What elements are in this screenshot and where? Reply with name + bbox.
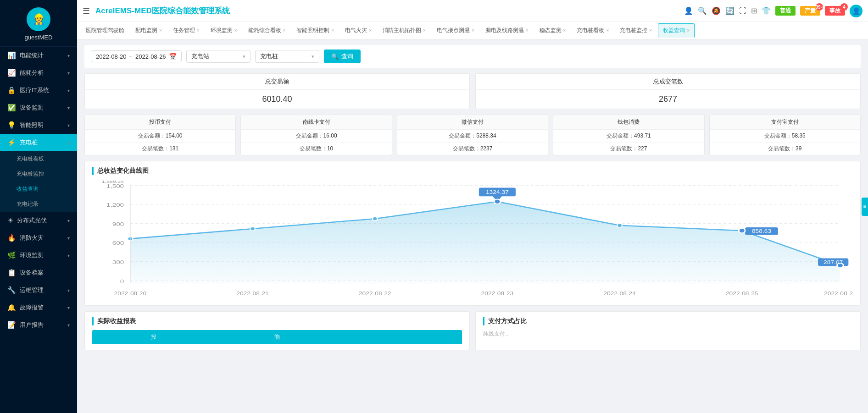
payment-title-1: 南线卡支付 — [241, 115, 391, 130]
station-select[interactable]: 充电站 ▾ — [186, 50, 250, 63]
total-count-value: 2677 — [476, 90, 860, 109]
fullscreen-icon[interactable]: ⛶ — [739, 7, 746, 15]
sidebar-sub-charging-dashboard[interactable]: 充电桩看板 — [0, 151, 77, 166]
payment-card-2: 微信支付 交易金额：5288.34 交易笔数：2237 — [397, 115, 548, 155]
tab-smart-light[interactable]: 智能照明控制× — [291, 23, 339, 38]
search-icon[interactable]: 🔍 — [698, 6, 707, 15]
badge-normal[interactable]: 普通 — [775, 6, 796, 16]
tab-close-icon[interactable]: × — [283, 28, 286, 33]
refresh-icon[interactable]: 🔄 — [725, 6, 734, 15]
payment-title-4: 支付宝支付 — [710, 115, 860, 130]
chevron-icon: ▾ — [67, 71, 70, 76]
tab-charging-monitor[interactable]: 充电桩监控× — [615, 23, 657, 38]
query-button[interactable]: 🔍 查询 — [324, 50, 361, 63]
payment-card-4: 支付宝支付 交易金额：58.35 交易笔数：39 — [709, 115, 861, 155]
station-label: 充电站 — [191, 52, 209, 61]
badge-production[interactable]: 产量 99+ — [800, 6, 820, 16]
production-count: 99+ — [816, 3, 823, 11]
tab-close-icon[interactable]: × — [526, 28, 529, 33]
tab-close-icon[interactable]: × — [563, 28, 566, 33]
date-range-picker[interactable]: 2022-08-20 ~ 2022-08-26 📅 — [91, 50, 182, 62]
svg-text:1,500: 1,500 — [106, 183, 124, 189]
menu-icon[interactable]: ☰ — [83, 6, 90, 16]
sidebar-item-ops[interactable]: 🔧运维管理 ▾ — [0, 281, 77, 299]
tab-close-icon[interactable]: × — [331, 28, 334, 33]
tab-close-icon[interactable]: × — [234, 28, 237, 33]
medical-icon: 🔒 — [7, 86, 16, 94]
sidebar-item-pv[interactable]: ☀分布式光伏 ▾ — [0, 212, 77, 229]
svg-text:2022-08-25: 2022-08-25 — [726, 291, 758, 296]
sidebar-item-fire[interactable]: 🔥消防火灾 ▾ — [0, 229, 77, 247]
tab-elec-fire[interactable]: 电气火灾× — [340, 23, 377, 38]
pie-chart-placeholder: 纯线支付... — [483, 330, 853, 338]
sidebar-item-env[interactable]: 🌿环境监测 ▾ — [0, 247, 77, 264]
svg-point-22 — [250, 227, 255, 231]
app-title: AcrelEMS-MED医院综合能效管理系统 — [95, 6, 230, 16]
tab-close-icon[interactable]: × — [606, 28, 609, 33]
sidebar-item-medical-it[interactable]: 🔒医疗IT系统 ▾ — [0, 82, 77, 99]
date-end: 2022-08-26 — [135, 53, 166, 60]
chevron-icon: ▴ — [67, 140, 70, 145]
tab-task-mgmt[interactable]: 任务管理× — [168, 23, 205, 38]
sidebar-item-smart-light[interactable]: 💡智能照明 ▾ — [0, 116, 77, 134]
tab-close-icon[interactable]: × — [369, 28, 372, 33]
chevron-icon: ▾ — [67, 253, 70, 258]
user-icon[interactable]: 👤 — [684, 6, 693, 15]
tab-revenue-query[interactable]: 收益查询× — [658, 23, 695, 38]
tab-close-icon[interactable]: × — [197, 28, 200, 33]
grid-icon[interactable]: ⊞ — [751, 6, 757, 15]
tab-env-monitor[interactable]: 环境监测× — [206, 23, 242, 38]
sidebar-item-power-stats[interactable]: 📊电能统计 ▾ — [0, 47, 77, 64]
payment-amount-2: 交易金额：5288.34 — [397, 130, 548, 143]
tab-bar: 医院管理驾驶舱 配电监测× 任务管理× 环境监测× 能耗综合看板× 智能照明控制… — [77, 22, 868, 39]
device-icon: ✅ — [7, 104, 16, 112]
sidebar-sub-charging-monitor[interactable]: 充电桩监控 — [0, 166, 77, 182]
sidebar-sub-charging-record[interactable]: 充电记录 — [0, 197, 77, 212]
power-stats-icon: 📊 — [7, 51, 16, 60]
shirt-icon[interactable]: 👕 — [762, 6, 771, 15]
svg-text:858.63: 858.63 — [752, 229, 771, 234]
tab-close-icon[interactable]: × — [472, 28, 474, 33]
badge-event[interactable]: 事故 4 — [825, 6, 845, 16]
date-separator: ~ — [129, 53, 133, 60]
edge-expand-button[interactable]: ≡ — [862, 198, 868, 216]
pile-select[interactable]: 充电桩 ▾ — [255, 50, 319, 63]
tab-close-icon[interactable]: × — [649, 28, 652, 33]
tab-power-dist[interactable]: 配电监测× — [130, 23, 167, 38]
sidebar-item-charging-pile[interactable]: ⚡充电桩 ▴ — [0, 134, 77, 151]
svg-text:1,200: 1,200 — [106, 202, 124, 208]
sidebar-item-user-report[interactable]: 📝用户报告 ▾ — [0, 316, 77, 334]
bell-icon[interactable]: 🔕 — [712, 6, 721, 15]
bottom-row: 实际收益报表 投 能 支付方式占比 纯线支付... — [84, 311, 861, 350]
light-icon: 💡 — [7, 121, 16, 129]
tab-elec-temp[interactable]: 电气接点测温× — [432, 23, 479, 38]
tab-fire-host[interactable]: 消防主机拓扑图× — [378, 23, 431, 38]
payment-count-4: 交易笔数：39 — [710, 143, 860, 155]
sidebar-sub-revenue-query[interactable]: 收益查询 — [0, 182, 77, 197]
chevron-icon: ▾ — [67, 323, 70, 328]
user-avatar[interactable]: 👤 — [850, 5, 862, 17]
tab-steady[interactable]: 稳态监测× — [534, 23, 571, 38]
files-icon: 📋 — [7, 269, 16, 277]
sidebar-item-fault[interactable]: 🔔故障报警 ▾ — [0, 299, 77, 316]
event-count: 4 — [840, 3, 848, 11]
tab-close-icon[interactable]: × — [159, 28, 162, 33]
avatar: 👷 — [27, 7, 50, 31]
tab-energy-board[interactable]: 能耗综合看板× — [243, 23, 291, 38]
revenue-table-title: 实际收益报表 — [92, 317, 462, 325]
tab-leakage[interactable]: 漏电及线路测温× — [480, 23, 534, 38]
svg-text:1,589.24: 1,589.24 — [102, 181, 124, 184]
pv-icon: ☀ — [7, 216, 13, 225]
tab-charging-board[interactable]: 充电桩看板× — [572, 23, 614, 38]
sidebar-item-device-monitor[interactable]: ✅设备监测 ▾ — [0, 99, 77, 116]
tab-hospital-mgmt[interactable]: 医院管理驾驶舱 — [81, 23, 129, 38]
tab-close-icon[interactable]: × — [687, 28, 690, 33]
svg-text:900: 900 — [112, 221, 124, 227]
tab-close-icon[interactable]: × — [423, 28, 426, 33]
svg-text:2022-08-21: 2022-08-21 — [236, 291, 269, 296]
sidebar-item-energy-analysis[interactable]: 📈能耗分析 ▾ — [0, 64, 77, 82]
svg-point-23 — [373, 217, 378, 220]
sidebar-item-device-files[interactable]: 📋设备档案 — [0, 264, 77, 281]
payment-count-1: 交易笔数：10 — [241, 143, 391, 155]
charging-submenu: 充电桩看板 充电桩监控 收益查询 充电记录 — [0, 151, 77, 212]
